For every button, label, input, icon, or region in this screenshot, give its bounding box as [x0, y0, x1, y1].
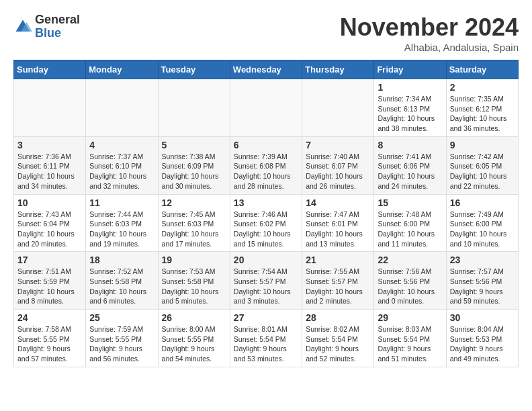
logo-icon — [13, 17, 32, 36]
day-number: 26 — [162, 312, 226, 323]
logo: General Blue — [13, 13, 80, 40]
day-number: 2 — [450, 82, 515, 93]
day-number: 21 — [306, 255, 370, 265]
day-number: 22 — [378, 255, 442, 265]
header-sunday: Sunday — [14, 60, 86, 79]
day-number: 25 — [89, 312, 154, 323]
day-number: 20 — [234, 255, 298, 265]
day-info: Sunrise: 7:56 AMSunset: 5:56 PMDaylight:… — [378, 267, 442, 306]
header-wednesday: Wednesday — [230, 60, 302, 79]
day-number: 1 — [378, 82, 442, 93]
week-row-2: 3Sunrise: 7:36 AMSunset: 6:11 PMDaylight… — [14, 136, 519, 194]
day-cell: 16Sunrise: 7:49 AMSunset: 6:00 PMDayligh… — [446, 194, 518, 252]
day-cell: 13Sunrise: 7:46 AMSunset: 6:02 PMDayligh… — [230, 194, 302, 252]
day-info: Sunrise: 7:51 AMSunset: 5:59 PMDaylight:… — [17, 267, 82, 306]
day-info: Sunrise: 7:34 AMSunset: 6:13 PMDaylight:… — [378, 94, 442, 134]
day-number: 30 — [450, 312, 515, 323]
location: Alhabia, Andalusia, Spain — [340, 42, 519, 53]
day-cell — [14, 79, 86, 137]
day-info: Sunrise: 8:03 AMSunset: 5:54 PMDaylight:… — [378, 324, 442, 364]
day-cell: 18Sunrise: 7:52 AMSunset: 5:58 PMDayligh… — [86, 252, 158, 310]
header: General Blue November 2024 Alhabia, Anda… — [13, 13, 519, 53]
day-cell: 10Sunrise: 7:43 AMSunset: 6:04 PMDayligh… — [14, 194, 86, 252]
day-cell: 24Sunrise: 7:58 AMSunset: 5:55 PMDayligh… — [14, 310, 86, 367]
day-info: Sunrise: 7:59 AMSunset: 5:55 PMDaylight:… — [89, 324, 154, 364]
day-cell: 27Sunrise: 8:01 AMSunset: 5:54 PMDayligh… — [230, 310, 302, 367]
day-cell: 25Sunrise: 7:59 AMSunset: 5:55 PMDayligh… — [86, 310, 158, 367]
day-number: 8 — [378, 140, 442, 150]
day-info: Sunrise: 7:39 AMSunset: 6:08 PMDaylight:… — [234, 152, 298, 191]
title-area: November 2024 Alhabia, Andalusia, Spain — [340, 13, 519, 53]
day-number: 10 — [17, 197, 82, 208]
day-cell: 14Sunrise: 7:47 AMSunset: 6:01 PMDayligh… — [302, 194, 374, 252]
day-cell: 21Sunrise: 7:55 AMSunset: 5:57 PMDayligh… — [302, 252, 374, 310]
header-friday: Friday — [374, 60, 446, 79]
day-number: 12 — [162, 197, 226, 208]
day-cell: 7Sunrise: 7:40 AMSunset: 6:07 PMDaylight… — [302, 136, 374, 194]
day-cell: 3Sunrise: 7:36 AMSunset: 6:11 PMDaylight… — [14, 136, 86, 194]
day-cell — [230, 79, 302, 137]
week-row-3: 10Sunrise: 7:43 AMSunset: 6:04 PMDayligh… — [14, 194, 519, 252]
day-info: Sunrise: 7:36 AMSunset: 6:11 PMDaylight:… — [17, 152, 82, 191]
day-cell: 2Sunrise: 7:35 AMSunset: 6:12 PMDaylight… — [446, 79, 518, 137]
day-cell: 5Sunrise: 7:38 AMSunset: 6:09 PMDaylight… — [158, 136, 230, 194]
day-info: Sunrise: 7:47 AMSunset: 6:01 PMDaylight:… — [306, 210, 370, 249]
header-thursday: Thursday — [302, 60, 374, 79]
day-info: Sunrise: 8:04 AMSunset: 5:53 PMDaylight:… — [450, 324, 515, 364]
day-info: Sunrise: 7:49 AMSunset: 6:00 PMDaylight:… — [450, 210, 515, 249]
day-info: Sunrise: 8:02 AMSunset: 5:54 PMDaylight:… — [306, 324, 370, 364]
day-info: Sunrise: 7:54 AMSunset: 5:57 PMDaylight:… — [234, 267, 298, 306]
day-info: Sunrise: 7:41 AMSunset: 6:06 PMDaylight:… — [378, 152, 442, 191]
day-info: Sunrise: 7:37 AMSunset: 6:10 PMDaylight:… — [89, 152, 154, 191]
day-number: 4 — [89, 140, 154, 150]
day-number: 9 — [450, 140, 515, 150]
day-cell: 12Sunrise: 7:45 AMSunset: 6:03 PMDayligh… — [158, 194, 230, 252]
day-number: 5 — [162, 140, 226, 150]
day-cell: 11Sunrise: 7:44 AMSunset: 6:03 PMDayligh… — [86, 194, 158, 252]
day-info: Sunrise: 7:40 AMSunset: 6:07 PMDaylight:… — [306, 152, 370, 191]
day-cell: 19Sunrise: 7:53 AMSunset: 5:58 PMDayligh… — [158, 252, 230, 310]
day-cell: 26Sunrise: 8:00 AMSunset: 5:55 PMDayligh… — [158, 310, 230, 367]
day-info: Sunrise: 7:48 AMSunset: 6:00 PMDaylight:… — [378, 210, 442, 249]
month-title: November 2024 — [340, 13, 519, 42]
week-row-4: 17Sunrise: 7:51 AMSunset: 5:59 PMDayligh… — [14, 252, 519, 310]
day-cell: 17Sunrise: 7:51 AMSunset: 5:59 PMDayligh… — [14, 252, 86, 310]
header-tuesday: Tuesday — [158, 60, 230, 79]
day-cell: 9Sunrise: 7:42 AMSunset: 6:05 PMDaylight… — [446, 136, 518, 194]
day-number: 18 — [89, 255, 154, 265]
day-number: 11 — [89, 197, 154, 208]
day-cell — [302, 79, 374, 137]
day-info: Sunrise: 8:01 AMSunset: 5:54 PMDaylight:… — [234, 324, 298, 364]
day-cell — [86, 79, 158, 137]
day-info: Sunrise: 7:42 AMSunset: 6:05 PMDaylight:… — [450, 152, 515, 191]
day-cell: 15Sunrise: 7:48 AMSunset: 6:00 PMDayligh… — [374, 194, 446, 252]
day-info: Sunrise: 7:55 AMSunset: 5:57 PMDaylight:… — [306, 267, 370, 306]
day-info: Sunrise: 7:44 AMSunset: 6:03 PMDaylight:… — [89, 210, 154, 249]
day-cell: 30Sunrise: 8:04 AMSunset: 5:53 PMDayligh… — [446, 310, 518, 367]
day-number: 17 — [17, 255, 82, 265]
header-monday: Monday — [86, 60, 158, 79]
logo-blue-text: Blue — [35, 27, 80, 40]
calendar-table: SundayMondayTuesdayWednesdayThursdayFrid… — [13, 60, 519, 367]
week-row-1: 1Sunrise: 7:34 AMSunset: 6:13 PMDaylight… — [14, 79, 519, 137]
day-cell: 4Sunrise: 7:37 AMSunset: 6:10 PMDaylight… — [86, 136, 158, 194]
day-number: 24 — [17, 312, 82, 323]
week-row-5: 24Sunrise: 7:58 AMSunset: 5:55 PMDayligh… — [14, 310, 519, 367]
day-cell: 22Sunrise: 7:56 AMSunset: 5:56 PMDayligh… — [374, 252, 446, 310]
day-info: Sunrise: 7:58 AMSunset: 5:55 PMDaylight:… — [17, 324, 82, 364]
day-cell: 6Sunrise: 7:39 AMSunset: 6:08 PMDaylight… — [230, 136, 302, 194]
day-number: 16 — [450, 197, 515, 208]
day-cell: 20Sunrise: 7:54 AMSunset: 5:57 PMDayligh… — [230, 252, 302, 310]
day-number: 28 — [306, 312, 370, 323]
day-info: Sunrise: 7:46 AMSunset: 6:02 PMDaylight:… — [234, 210, 298, 249]
day-number: 19 — [162, 255, 226, 265]
calendar-header-row: SundayMondayTuesdayWednesdayThursdayFrid… — [14, 60, 519, 79]
day-info: Sunrise: 7:43 AMSunset: 6:04 PMDaylight:… — [17, 210, 82, 249]
day-number: 27 — [234, 312, 298, 323]
day-number: 13 — [234, 197, 298, 208]
day-cell: 28Sunrise: 8:02 AMSunset: 5:54 PMDayligh… — [302, 310, 374, 367]
day-number: 14 — [306, 197, 370, 208]
day-number: 15 — [378, 197, 442, 208]
day-cell: 8Sunrise: 7:41 AMSunset: 6:06 PMDaylight… — [374, 136, 446, 194]
day-info: Sunrise: 7:53 AMSunset: 5:58 PMDaylight:… — [162, 267, 226, 306]
